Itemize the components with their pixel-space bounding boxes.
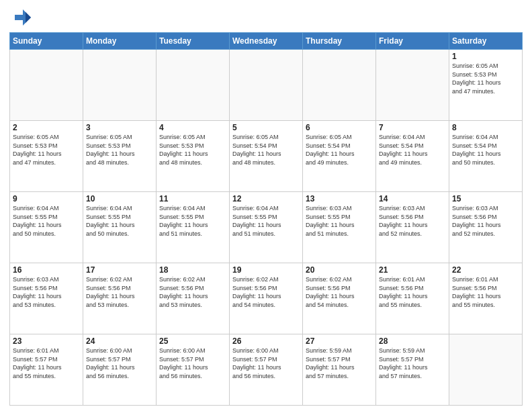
day-info: Sunrise: 6:02 AMSunset: 5:56 PMDaylight:… — [86, 275, 153, 309]
day-cell: 19Sunrise: 6:02 AMSunset: 5:56 PMDayligh… — [230, 263, 303, 334]
calendar-page: SundayMondayTuesdayWednesdayThursdayFrid… — [0, 0, 532, 411]
day-info: Sunrise: 6:04 AMSunset: 5:55 PMDaylight:… — [232, 204, 300, 238]
day-cell: 11Sunrise: 6:04 AMSunset: 5:55 PMDayligh… — [157, 192, 230, 263]
day-info: Sunrise: 6:03 AMSunset: 5:56 PMDaylight:… — [13, 275, 80, 309]
day-cell: 2Sunrise: 6:05 AMSunset: 5:53 PMDaylight… — [10, 121, 83, 192]
day-cell: 10Sunrise: 6:04 AMSunset: 5:55 PMDayligh… — [83, 192, 157, 263]
day-number: 7 — [379, 123, 446, 132]
day-info: Sunrise: 6:04 AMSunset: 5:55 PMDaylight:… — [86, 204, 153, 238]
header — [9, 7, 523, 28]
day-info: Sunrise: 6:05 AMSunset: 5:53 PMDaylight:… — [86, 133, 153, 167]
day-number: 20 — [306, 265, 373, 275]
day-info: Sunrise: 6:03 AMSunset: 5:55 PMDaylight:… — [306, 204, 373, 238]
weekday-friday: Friday — [376, 33, 449, 50]
logo — [9, 7, 32, 28]
weekday-wednesday: Wednesday — [230, 33, 303, 50]
day-number: 15 — [452, 194, 519, 203]
day-number: 27 — [306, 336, 373, 346]
day-cell: 25Sunrise: 6:00 AMSunset: 5:57 PMDayligh… — [157, 334, 230, 406]
day-info: Sunrise: 6:04 AMSunset: 5:54 PMDaylight:… — [452, 133, 519, 167]
day-cell: 1Sunrise: 6:05 AMSunset: 5:53 PMDaylight… — [449, 50, 523, 121]
day-cell: 28Sunrise: 5:59 AMSunset: 5:57 PMDayligh… — [376, 334, 449, 406]
day-cell: 7Sunrise: 6:04 AMSunset: 5:54 PMDaylight… — [376, 121, 449, 192]
day-cell: 15Sunrise: 6:03 AMSunset: 5:56 PMDayligh… — [449, 192, 523, 263]
day-cell — [449, 334, 523, 406]
day-number: 17 — [86, 265, 153, 275]
day-info: Sunrise: 6:05 AMSunset: 5:53 PMDaylight:… — [452, 62, 519, 95]
day-cell: 20Sunrise: 6:02 AMSunset: 5:56 PMDayligh… — [303, 263, 376, 334]
weekday-tuesday: Tuesday — [157, 33, 230, 50]
day-number: 26 — [232, 336, 300, 346]
day-info: Sunrise: 6:05 AMSunset: 5:54 PMDaylight:… — [232, 133, 300, 167]
day-number: 28 — [379, 336, 446, 346]
day-cell: 12Sunrise: 6:04 AMSunset: 5:55 PMDayligh… — [230, 192, 303, 263]
day-number: 13 — [306, 194, 373, 203]
day-cell: 23Sunrise: 6:01 AMSunset: 5:57 PMDayligh… — [10, 334, 83, 406]
day-cell — [83, 50, 157, 121]
day-info: Sunrise: 6:04 AMSunset: 5:55 PMDaylight:… — [13, 204, 80, 238]
weekday-sunday: Sunday — [10, 33, 83, 50]
day-number: 14 — [379, 194, 446, 203]
day-number: 22 — [452, 265, 519, 275]
day-cell — [157, 50, 230, 121]
day-number: 1 — [452, 52, 519, 61]
week-row-1: 2Sunrise: 6:05 AMSunset: 5:53 PMDaylight… — [10, 121, 523, 192]
day-cell — [303, 50, 376, 121]
day-info: Sunrise: 6:00 AMSunset: 5:57 PMDaylight:… — [159, 347, 226, 380]
day-info: Sunrise: 6:00 AMSunset: 5:57 PMDaylight:… — [86, 347, 153, 380]
day-number: 6 — [306, 123, 373, 132]
day-cell: 13Sunrise: 6:03 AMSunset: 5:55 PMDayligh… — [303, 192, 376, 263]
day-cell: 9Sunrise: 6:04 AMSunset: 5:55 PMDaylight… — [10, 192, 83, 263]
day-cell: 16Sunrise: 6:03 AMSunset: 5:56 PMDayligh… — [10, 263, 83, 334]
day-cell: 21Sunrise: 6:01 AMSunset: 5:56 PMDayligh… — [376, 263, 449, 334]
weekday-thursday: Thursday — [303, 33, 376, 50]
day-info: Sunrise: 5:59 AMSunset: 5:57 PMDaylight:… — [306, 347, 373, 380]
day-info: Sunrise: 6:04 AMSunset: 5:55 PMDaylight:… — [159, 204, 226, 238]
day-cell: 18Sunrise: 6:02 AMSunset: 5:56 PMDayligh… — [157, 263, 230, 334]
week-row-2: 9Sunrise: 6:04 AMSunset: 5:55 PMDaylight… — [10, 192, 523, 263]
day-number: 21 — [379, 265, 446, 275]
day-number: 2 — [13, 123, 80, 132]
logo-icon — [9, 7, 31, 28]
weekday-header-row: SundayMondayTuesdayWednesdayThursdayFrid… — [10, 33, 523, 50]
day-info: Sunrise: 6:03 AMSunset: 5:56 PMDaylight:… — [452, 204, 519, 238]
weekday-saturday: Saturday — [449, 33, 523, 50]
day-info: Sunrise: 6:02 AMSunset: 5:56 PMDaylight:… — [232, 275, 300, 309]
day-info: Sunrise: 6:05 AMSunset: 5:54 PMDaylight:… — [306, 133, 373, 167]
day-cell: 3Sunrise: 6:05 AMSunset: 5:53 PMDaylight… — [83, 121, 157, 192]
day-info: Sunrise: 6:01 AMSunset: 5:57 PMDaylight:… — [13, 347, 80, 380]
calendar-table: SundayMondayTuesdayWednesdayThursdayFrid… — [9, 32, 523, 406]
day-info: Sunrise: 6:02 AMSunset: 5:56 PMDaylight:… — [159, 275, 226, 309]
day-number: 5 — [232, 123, 300, 132]
week-row-3: 16Sunrise: 6:03 AMSunset: 5:56 PMDayligh… — [10, 263, 523, 334]
day-number: 10 — [86, 194, 153, 203]
day-number: 11 — [159, 194, 226, 203]
day-cell: 14Sunrise: 6:03 AMSunset: 5:56 PMDayligh… — [376, 192, 449, 263]
day-info: Sunrise: 6:02 AMSunset: 5:56 PMDaylight:… — [306, 275, 373, 309]
day-cell: 24Sunrise: 6:00 AMSunset: 5:57 PMDayligh… — [83, 334, 157, 406]
weekday-monday: Monday — [83, 33, 157, 50]
day-info: Sunrise: 6:00 AMSunset: 5:57 PMDaylight:… — [232, 347, 300, 380]
day-number: 8 — [452, 123, 519, 132]
day-info: Sunrise: 6:05 AMSunset: 5:53 PMDaylight:… — [13, 133, 80, 167]
day-cell: 27Sunrise: 5:59 AMSunset: 5:57 PMDayligh… — [303, 334, 376, 406]
day-number: 12 — [232, 194, 300, 203]
day-info: Sunrise: 5:59 AMSunset: 5:57 PMDaylight:… — [379, 347, 446, 380]
day-info: Sunrise: 6:03 AMSunset: 5:56 PMDaylight:… — [379, 204, 446, 238]
day-cell — [376, 50, 449, 121]
day-cell: 4Sunrise: 6:05 AMSunset: 5:53 PMDaylight… — [157, 121, 230, 192]
day-number: 9 — [13, 194, 80, 203]
day-number: 4 — [159, 123, 226, 132]
day-number: 18 — [159, 265, 226, 275]
day-cell — [10, 50, 83, 121]
day-number: 3 — [86, 123, 153, 132]
week-row-0: 1Sunrise: 6:05 AMSunset: 5:53 PMDaylight… — [10, 50, 523, 121]
day-cell: 8Sunrise: 6:04 AMSunset: 5:54 PMDaylight… — [449, 121, 523, 192]
week-row-4: 23Sunrise: 6:01 AMSunset: 5:57 PMDayligh… — [10, 334, 523, 406]
day-number: 23 — [13, 336, 80, 346]
day-number: 19 — [232, 265, 300, 275]
day-cell — [230, 50, 303, 121]
day-info: Sunrise: 6:04 AMSunset: 5:54 PMDaylight:… — [379, 133, 446, 167]
day-number: 24 — [86, 336, 153, 346]
day-cell: 6Sunrise: 6:05 AMSunset: 5:54 PMDaylight… — [303, 121, 376, 192]
